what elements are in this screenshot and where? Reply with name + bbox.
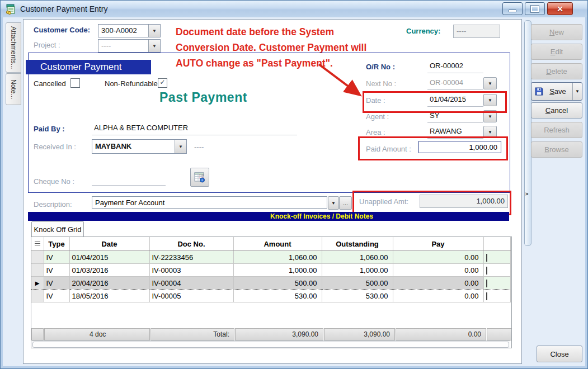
cheque-no-field[interactable] <box>92 174 166 186</box>
tab-attachments-label: Attachments... <box>10 26 17 69</box>
row-selector[interactable] <box>31 290 44 302</box>
tab-knock-off-grid[interactable]: Knock Off Grid <box>31 221 84 237</box>
paid-by-label: Paid By : <box>34 125 65 133</box>
row-selector[interactable] <box>31 264 44 277</box>
unapplied-amt-field: 1,000.00 <box>420 195 508 208</box>
main-form-panel: Customer Code: 300-A0002 ▼ Project : ---… <box>23 19 522 364</box>
area-value[interactable]: RAWANG <box>427 127 483 139</box>
col-date[interactable]: Date <box>69 237 149 251</box>
date-dropdown[interactable]: ▼ <box>483 94 497 106</box>
pay-checkbox[interactable] <box>486 267 487 275</box>
table-row-selected[interactable]: ► IV 20/04/2016 IV-00004 500.00 500.00 0… <box>31 277 510 290</box>
cheque-no-label: Cheque No : <box>34 177 74 186</box>
window-body: Attachments... Note... Customer Code: 30… <box>3 17 585 366</box>
close-button-label: Close <box>550 350 568 358</box>
footer-pay-total: 0.00 <box>396 328 486 340</box>
chevron-down-icon[interactable]: ▼ <box>148 40 160 52</box>
customer-code-combo[interactable]: 300-A0002 ▼ <box>98 24 161 37</box>
refresh-button[interactable]: Refresh <box>531 122 582 138</box>
col-check[interactable] <box>483 237 510 251</box>
agent-label: Agent : <box>366 112 389 121</box>
tab-attachments[interactable]: Attachments... <box>6 22 21 73</box>
customer-payment-entry-window: Customer Payment Entry ✕ Attachments... … <box>0 0 588 369</box>
description-browse-button[interactable]: ... <box>339 196 352 210</box>
received-in-combo[interactable]: MAYBANK ▼ <box>92 139 187 154</box>
footer-total-label: Total: <box>150 328 234 340</box>
title-bar[interactable]: Customer Payment Entry ✕ <box>1 1 587 17</box>
table-row[interactable]: IV 18/05/2016 IV-00005 530.00 530.00 0.0… <box>31 290 510 302</box>
date-value[interactable]: 01/04/2015 <box>427 95 483 107</box>
date-label: Date : <box>366 96 385 105</box>
project-combo[interactable]: ---- ▼ <box>98 39 161 53</box>
window-title: Customer Payment Entry <box>20 4 107 13</box>
tab-note-label: Note... <box>10 79 17 99</box>
new-button-label: New <box>549 28 564 36</box>
maximize-button[interactable] <box>525 2 545 15</box>
row-selector[interactable] <box>31 251 44 264</box>
cancelled-label: Cancelled <box>34 79 66 88</box>
app-icon <box>5 3 16 15</box>
agent-dropdown[interactable]: ▼ <box>483 110 497 122</box>
unapplied-amt-label: Unapplied Amt: <box>359 197 408 206</box>
col-outstanding[interactable]: Outstanding <box>322 237 393 251</box>
edit-button[interactable]: Edit <box>531 44 582 60</box>
scrollbar-thumb[interactable] <box>32 342 509 348</box>
next-no-value: OR-00004 <box>427 78 483 90</box>
agent-value[interactable]: SY <box>427 111 483 123</box>
save-button-label: Save <box>546 87 570 96</box>
customer-code-label: Customer Code: <box>34 26 90 34</box>
received-in-value: MAYBANK <box>92 140 175 153</box>
customer-code-value: 300-A0002 <box>98 25 148 37</box>
cheque-book-button[interactable]: 2.546 0.2% i <box>190 168 209 187</box>
horizontal-scrollbar[interactable] <box>32 340 510 348</box>
close-icon: ✕ <box>557 5 563 13</box>
current-row-indicator[interactable]: ► <box>31 277 44 290</box>
footer-doc-count: 4 doc <box>44 328 150 340</box>
section-title: Customer Payment <box>26 60 151 74</box>
knockoff-section-title: Knock-off Invoices / Debit Notes <box>28 212 509 221</box>
maximize-icon <box>531 6 539 12</box>
paid-amount-input[interactable]: 1,000.00 <box>418 141 501 153</box>
currency-field: ---- <box>453 25 500 38</box>
paid-by-value[interactable]: ALPHA & BETA COMPUTER <box>92 124 297 135</box>
save-button[interactable]: Save ▼ <box>531 82 582 101</box>
minimize-button[interactable] <box>502 2 523 15</box>
pay-checkbox[interactable] <box>486 254 487 262</box>
spreadsheet-icon: 2.546 0.2% i <box>194 171 206 183</box>
next-no-dropdown[interactable]: ▼ <box>483 77 497 89</box>
collapse-arrow-icon: > <box>525 191 528 197</box>
close-window-button[interactable]: ✕ <box>547 2 573 15</box>
grid-header-row: Type Date Doc No. Amount Outstanding Pay <box>31 237 510 251</box>
currency-label: Currency: <box>406 27 440 35</box>
browse-button[interactable]: Browse <box>531 141 582 158</box>
col-pay[interactable]: Pay <box>393 237 483 251</box>
chevron-down-icon[interactable]: ▼ <box>148 25 160 37</box>
row-selector-header[interactable] <box>31 237 44 251</box>
new-button[interactable]: New <box>531 24 582 40</box>
chevron-down-icon[interactable]: ▼ <box>175 140 186 153</box>
project-label: Project : <box>34 41 60 49</box>
edit-button-label: Edit <box>551 48 563 56</box>
or-no-label: O/R No : <box>366 63 395 71</box>
save-dropdown-arrow[interactable]: ▼ <box>572 83 582 100</box>
table-row[interactable]: IV 01/03/2016 IV-00003 1,000.00 1,000.00… <box>31 264 510 277</box>
non-refundable-checkbox[interactable]: ✓ <box>158 78 167 88</box>
pay-checkbox[interactable] <box>486 280 487 287</box>
description-dropdown[interactable]: ▼ <box>328 196 339 210</box>
cancel-button[interactable]: Cancel <box>531 102 582 119</box>
col-type[interactable]: Type <box>44 237 69 251</box>
area-dropdown[interactable]: ▼ <box>483 126 497 138</box>
footer-corner <box>31 328 44 340</box>
close-button[interactable]: Close <box>537 346 582 362</box>
cancelled-checkbox[interactable] <box>70 78 80 88</box>
col-doc-no[interactable]: Doc No. <box>149 237 233 251</box>
table-row[interactable]: IV 01/04/2015 IV-22233456 1,060.00 1,060… <box>31 251 510 264</box>
pay-checkbox[interactable] <box>486 292 487 300</box>
col-amount[interactable]: Amount <box>233 237 322 251</box>
description-input[interactable]: Payment For Account <box>92 196 327 209</box>
tab-note[interactable]: Note... <box>6 73 21 105</box>
delete-button-label: Delete <box>546 67 567 75</box>
or-no-value: OR-00002 <box>427 62 483 73</box>
delete-button[interactable]: Delete <box>531 63 582 79</box>
minimize-icon <box>509 10 516 12</box>
